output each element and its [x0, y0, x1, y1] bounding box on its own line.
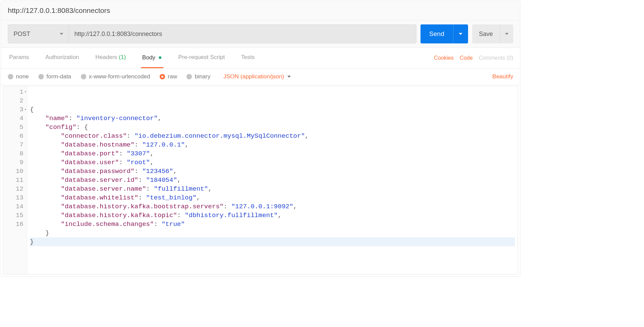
code-line[interactable]: "include.schema.changes": "true" [30, 220, 515, 229]
code-link[interactable]: Code [460, 55, 472, 61]
request-tabs: Params Authorization Headers (1) Body ● … [1, 48, 520, 69]
send-button-group: Send [421, 24, 468, 43]
line-number: 12 [6, 185, 23, 193]
tab-authorization[interactable]: Authorization [44, 48, 80, 68]
body-type-urlencoded[interactable]: x-www-form-urlencoded [81, 73, 150, 80]
body-type-none-label: none [16, 73, 29, 80]
cookies-link[interactable]: Cookies [434, 55, 454, 61]
content-type-label: JSON (application/json) [223, 73, 284, 80]
save-dropdown-button[interactable] [500, 24, 513, 43]
code-line[interactable]: "database.history.kafka.bootstrap.server… [30, 202, 515, 211]
line-number: 11 [6, 176, 23, 185]
body-type-raw-label: raw [168, 73, 177, 80]
editor-code[interactable]: { "name": "inventory-connector", "config… [27, 86, 518, 274]
save-button-group: Save [472, 24, 513, 43]
editor-gutter: 12345678910111213141516 [3, 86, 27, 274]
tabs-left: Params Authorization Headers (1) Body ● … [8, 48, 256, 68]
chevron-down-icon [505, 33, 508, 35]
code-line[interactable]: { [30, 105, 515, 114]
tab-body[interactable]: Body ● [141, 48, 163, 68]
code-line[interactable]: "name": "inventory-connector", [30, 114, 515, 123]
tab-body-label: Body [142, 54, 156, 61]
send-dropdown-button[interactable] [453, 24, 468, 43]
line-number: 2 [6, 96, 23, 105]
chevron-down-icon [287, 76, 291, 78]
body-types: none form-data x-www-form-urlencoded raw… [8, 73, 291, 80]
code-line[interactable]: "database.password": "123456", [30, 167, 515, 176]
code-line[interactable]: "database.history.kafka.topic": "dbhisto… [30, 211, 515, 220]
body-type-binary-label: binary [195, 73, 210, 80]
line-number: 5 [6, 123, 23, 132]
radio-icon [38, 74, 44, 79]
line-number: 14 [6, 202, 23, 211]
body-type-none[interactable]: none [8, 73, 29, 80]
code-line[interactable]: } [30, 229, 515, 237]
send-button[interactable]: Send [421, 24, 453, 43]
line-number: 1 [6, 88, 23, 96]
code-line[interactable]: "database.server.id": "184054", [30, 176, 515, 185]
tab-headers-label: Headers [95, 54, 117, 60]
line-number: 8 [6, 149, 23, 158]
radio-icon [8, 74, 13, 79]
line-number: 13 [6, 193, 23, 202]
radio-icon [186, 74, 192, 79]
tab-headers-count: (1) [119, 54, 126, 60]
tab-headers[interactable]: Headers (1) [94, 48, 127, 68]
request-row: POST Send Save [1, 20, 520, 48]
code-line[interactable]: "config": { [30, 123, 515, 132]
url-input[interactable] [69, 24, 416, 43]
content-type-select[interactable]: JSON (application/json) [223, 73, 291, 80]
beautify-link[interactable]: Beautify [493, 73, 513, 80]
request-panel: http://127.0.0.1:8083/connectors POST Se… [1, 1, 520, 277]
body-type-row: none form-data x-www-form-urlencoded raw… [1, 69, 520, 85]
line-number: 6 [6, 132, 23, 140]
body-type-urlencoded-label: x-www-form-urlencoded [89, 73, 150, 80]
body-type-raw[interactable]: raw [160, 73, 177, 80]
tab-params[interactable]: Params [8, 48, 31, 68]
line-number: 7 [6, 140, 23, 149]
line-number: 16 [6, 220, 23, 229]
chevron-down-icon [60, 33, 63, 35]
code-line[interactable]: } [30, 237, 515, 246]
body-type-binary[interactable]: binary [186, 73, 210, 80]
code-line[interactable]: "connector.class": "io.debezium.connecto… [30, 132, 515, 140]
http-method-value: POST [14, 31, 30, 38]
line-number: 4 [6, 114, 23, 123]
radio-icon [81, 74, 86, 79]
code-line[interactable]: "database.server.name": "fullfillment", [30, 185, 515, 193]
radio-selected-icon [160, 74, 165, 79]
tabs-right: Cookies Code Comments (0) [434, 55, 513, 61]
json-editor[interactable]: 12345678910111213141516 { "name": "inven… [3, 86, 518, 274]
line-number: 10 [6, 167, 23, 176]
http-method-select[interactable]: POST [8, 24, 69, 43]
line-number: 9 [6, 158, 23, 167]
request-title: http://127.0.0.1:8083/connectors [8, 6, 513, 15]
line-number: 3 [6, 105, 23, 114]
tab-prerequest[interactable]: Pre-request Script [177, 48, 226, 68]
code-line[interactable]: "database.hostname": "127.0.0.1", [30, 140, 515, 149]
code-line[interactable]: "database.whitelist": "test_binlog", [30, 193, 515, 202]
code-line[interactable]: "database.port": "3307", [30, 149, 515, 158]
body-type-formdata[interactable]: form-data [38, 73, 71, 80]
body-type-formdata-label: form-data [47, 73, 71, 80]
line-number: 15 [6, 211, 23, 220]
request-header: http://127.0.0.1:8083/connectors [1, 1, 520, 20]
tab-tests[interactable]: Tests [240, 48, 256, 68]
code-line[interactable]: "database.user": "root", [30, 158, 515, 167]
chevron-down-icon [459, 33, 462, 35]
comments-link[interactable]: Comments (0) [479, 55, 513, 61]
tab-body-dot-icon: ● [158, 54, 162, 61]
save-button[interactable]: Save [472, 24, 500, 43]
